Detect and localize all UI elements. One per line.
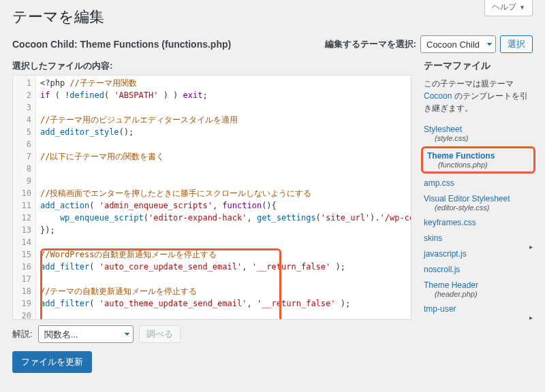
file-link[interactable]: skins [424,233,533,243]
update-file-button[interactable]: ファイルを更新 [12,351,92,373]
file-list: Stylesheet(style.css)Theme Functions(fun… [424,121,533,316]
select-theme-button[interactable]: 選択 [500,35,533,53]
file-item-5: skins [424,230,533,246]
file-sub: (editor-style.css) [435,203,533,212]
sidebar-note: この子テーマは親テーマ Cocoon のテンプレートを引き継ぎます。 [424,78,533,114]
file-item-6: javascript.js [424,246,533,261]
theme-select-label: 編集するテーマを選択: [325,38,416,50]
file-link[interactable]: Theme Header [424,280,533,290]
file-link[interactable]: javascript.js [424,249,533,259]
file-link[interactable]: amp.css [424,178,533,188]
file-subtitle: Cocoon Child: Theme Functions (functions… [12,39,231,50]
sidebar-title: テーマファイル [424,60,533,72]
file-item-0: Stylesheet(style.css) [424,121,533,145]
parent-theme-link[interactable]: Cocoon [424,91,452,101]
theme-select[interactable]: Cocoon Child [420,35,496,53]
lookup-button: 調べる [139,325,181,343]
file-item-9: tmp-user [424,301,533,316]
file-item-2: amp.css [424,175,533,191]
file-item-8: Theme Header(header.php) [424,277,533,301]
file-sub: (style.css) [435,134,533,142]
code-editor[interactable]: 12345678910111213141516171819202122 <?ph… [12,75,411,320]
file-link[interactable]: noscroll.js [424,265,533,274]
lookup-select[interactable]: 関数名... [38,325,134,343]
file-link[interactable]: Stylesheet [424,125,533,134]
file-item-4: keyframes.css [424,214,533,230]
help-tab[interactable]: ヘルプ ▼ [484,0,533,16]
file-sub: (header.php) [435,290,533,298]
file-item-1: Theme Functions(functions.php) [421,146,535,174]
content-label: 選択したファイルの内容: [12,60,112,72]
file-link[interactable]: Visual Editor Stylesheet [424,194,533,203]
line-gutter: 12345678910111213141516171819202122 [13,76,36,319]
file-link[interactable]: tmp-user [424,304,533,314]
file-link[interactable]: Theme Functions [427,151,529,161]
file-link[interactable]: keyframes.css [424,218,533,227]
lookup-label: 解説: [12,328,33,340]
file-sub: (functions.php) [438,161,529,169]
file-item-3: Visual Editor Stylesheet(editor-style.cs… [424,191,533,214]
chevron-down-icon: ▼ [519,4,525,11]
code-area[interactable]: <?php //子テーマ用関数if ( !defined( 'ABSPATH' … [36,76,411,319]
page-title: テーマを編集 [12,7,533,27]
file-item-7: noscroll.js [424,261,533,277]
